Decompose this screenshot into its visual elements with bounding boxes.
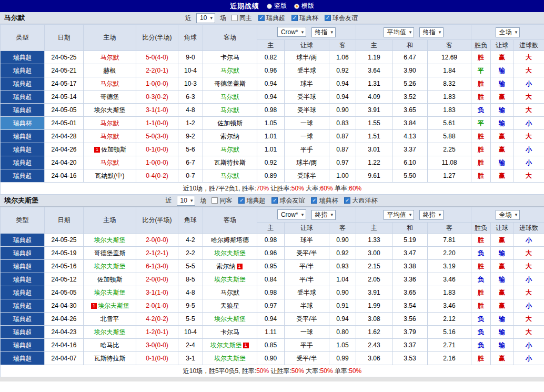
match-date: 24-05-05 bbox=[45, 286, 84, 299]
average-odds-select[interactable]: 平均值▾ bbox=[384, 27, 415, 37]
result-goals: 大 bbox=[513, 91, 544, 104]
home-team-cell[interactable]: 瓦斯特拉斯 bbox=[84, 352, 136, 365]
same-venue-checkbox[interactable]: 同客 bbox=[211, 196, 232, 205]
bookmaker-select[interactable]: Crow*▾ bbox=[277, 209, 306, 219]
league-filter-checkbox[interactable]: 瑞典杯 bbox=[311, 196, 338, 205]
league-filter-checkbox[interactable]: 瑞典超 bbox=[238, 196, 265, 205]
bookmaker-select[interactable]: Crow*▾ bbox=[277, 27, 306, 37]
score-cell[interactable]: 4-2(0-2) bbox=[136, 313, 178, 326]
home-team-cell[interactable]: 埃尔夫斯堡 bbox=[84, 286, 136, 299]
home-team-cell[interactable]: 马尔默 bbox=[84, 51, 136, 64]
score-cell[interactable]: 0-1(0-0) bbox=[136, 352, 178, 365]
league-type-badge: 瑞典超 bbox=[1, 51, 45, 64]
layout-radio-horizontal[interactable]: 横版 bbox=[294, 2, 314, 11]
home-team-cell[interactable]: 哥德堡盖斯 bbox=[84, 247, 136, 260]
away-team-cell[interactable]: 埃尔夫斯堡1 bbox=[203, 339, 257, 352]
away-team-cell[interactable]: 天狼星 bbox=[203, 299, 257, 313]
home-team-cell[interactable]: 埃尔夫斯堡 bbox=[84, 104, 136, 117]
score-cell[interactable]: 2-1(2-1) bbox=[136, 247, 178, 260]
league-type-badge: 瑞典超 bbox=[1, 339, 45, 352]
home-team-cell[interactable]: 埃尔夫斯堡 bbox=[84, 326, 136, 339]
euro-draw-odds: 3.53 bbox=[392, 352, 428, 365]
score-cell[interactable]: 2-0(0-0) bbox=[136, 273, 178, 286]
match-count-select[interactable]: 10▾ bbox=[177, 196, 196, 206]
score-cell[interactable]: 1-0(0-0) bbox=[136, 77, 178, 91]
home-team-cell[interactable]: 马尔默 bbox=[84, 130, 136, 143]
away-team-cell[interactable]: 瓦斯特拉斯 bbox=[203, 156, 257, 169]
away-team-name: 索尔纳 bbox=[217, 263, 236, 270]
away-team-cell[interactable]: 马尔默 bbox=[203, 286, 257, 299]
away-team-cell[interactable]: 佐加顿斯 bbox=[203, 117, 257, 130]
home-team-cell[interactable]: 1埃尔夫斯堡 bbox=[84, 299, 136, 313]
away-team-cell[interactable]: 卡尔马 bbox=[203, 326, 257, 339]
away-team-cell[interactable]: 埃尔夫斯堡 bbox=[203, 273, 257, 286]
league-filter-checkbox[interactable]: 瑞典超 bbox=[258, 14, 285, 23]
score-cell[interactable]: 0-4(0-2) bbox=[136, 169, 178, 183]
asia-home-odds: 1.01 bbox=[257, 130, 285, 143]
home-team-cell[interactable]: 马尔默 bbox=[84, 156, 136, 169]
away-team-cell[interactable]: 埃尔夫斯堡 bbox=[203, 352, 257, 365]
score-cell[interactable]: 1-0(0-0) bbox=[136, 156, 178, 169]
euro-final-select[interactable]: 终指▾ bbox=[419, 27, 444, 37]
score-cell[interactable]: 2-2(0-1) bbox=[136, 64, 178, 77]
average-odds-select[interactable]: 平均值▾ bbox=[384, 210, 415, 220]
result-handicap: 赢 bbox=[491, 51, 513, 64]
away-team-name: 哈尔姆斯塔德 bbox=[211, 236, 249, 244]
result-handicap: 赢 bbox=[491, 130, 513, 143]
score-cell[interactable]: 5-0(4-0) bbox=[136, 51, 178, 64]
score-cell[interactable]: 3-1(1-0) bbox=[136, 286, 178, 299]
score-cell[interactable]: 0-3(0-2) bbox=[136, 91, 178, 104]
home-team-name: 埃尔夫斯堡 bbox=[98, 302, 129, 309]
away-team-cell[interactable]: 卡尔马 bbox=[203, 51, 257, 64]
home-team-cell[interactable]: 1佐加顿斯 bbox=[84, 143, 136, 156]
away-team-cell[interactable]: 埃尔夫斯堡 bbox=[203, 247, 257, 260]
score-cell[interactable]: 1-2(0-1) bbox=[136, 326, 178, 339]
select-value: 10 bbox=[200, 14, 207, 22]
asia-final-select[interactable]: 终指▾ bbox=[311, 210, 336, 220]
asia-final-select[interactable]: 终指▾ bbox=[311, 27, 336, 37]
match-row: 瑞典超24-05-16埃尔夫斯堡6-1(3-0)5-5索尔纳10.95平/半0.… bbox=[1, 260, 544, 273]
away-team-cell[interactable]: 马尔默 bbox=[203, 91, 257, 104]
home-team-cell[interactable]: 赫根 bbox=[84, 64, 136, 77]
league-filter-checkbox[interactable]: 球会友谊 bbox=[271, 196, 305, 205]
score-cell[interactable]: 2-0(1-0) bbox=[136, 299, 178, 313]
away-team-cell[interactable]: 马尔默 bbox=[203, 104, 257, 117]
away-team-cell[interactable]: 埃尔夫斯堡 bbox=[203, 313, 257, 326]
match-row: 瑞典超24-04-261佐加顿斯0-1(0-0)5-6马尔默1.01平手0.87… bbox=[1, 143, 544, 156]
match-count-select[interactable]: 10▾ bbox=[196, 13, 215, 23]
league-filter-checkbox[interactable]: 大西洋杯 bbox=[344, 196, 377, 205]
score-cell[interactable]: 1-1(0-0) bbox=[136, 117, 178, 130]
home-team-cell[interactable]: 北雪平 bbox=[84, 313, 136, 326]
home-team-cell[interactable]: 瓦纳默(中) bbox=[84, 169, 136, 183]
home-team-cell[interactable]: 佐加顿斯 bbox=[84, 273, 136, 286]
away-team-cell[interactable]: 马尔默 bbox=[203, 169, 257, 183]
euro-final-select[interactable]: 终指▾ bbox=[419, 210, 444, 220]
score-cell[interactable]: 3-0(0-0) bbox=[136, 339, 178, 352]
away-team-cell[interactable]: 哈尔姆斯塔德 bbox=[203, 234, 257, 247]
home-team-cell[interactable]: 埃尔夫斯堡 bbox=[84, 234, 136, 247]
home-team-cell[interactable]: 埃尔夫斯堡 bbox=[84, 260, 136, 273]
score-cell[interactable]: 6-1(3-0) bbox=[136, 260, 178, 273]
away-team-name: 佐加顿斯 bbox=[217, 119, 243, 127]
league-filter-checkbox[interactable]: 瑞典杯 bbox=[291, 14, 318, 23]
score-cell[interactable]: 0-1(0-0) bbox=[136, 143, 178, 156]
home-team-cell[interactable]: 马尔默 bbox=[84, 77, 136, 91]
summary-segment: 胜率: bbox=[242, 185, 256, 192]
league-filter-checkbox[interactable]: 球会友谊 bbox=[325, 14, 358, 23]
home-team-cell[interactable]: 哥德堡 bbox=[84, 91, 136, 104]
asia-away-odds: 0.99 bbox=[329, 352, 356, 365]
fulltime-select[interactable]: 全场▾ bbox=[496, 210, 520, 220]
layout-radio-vertical[interactable]: 竖版 bbox=[267, 2, 287, 11]
score-cell[interactable]: 5-0(3-0) bbox=[136, 130, 178, 143]
away-team-cell[interactable]: 哥德堡盖斯 bbox=[203, 77, 257, 91]
score-cell[interactable]: 3-1(1-0) bbox=[136, 104, 178, 117]
away-team-cell[interactable]: 索尔纳1 bbox=[203, 260, 257, 273]
home-team-cell[interactable]: 哈马比 bbox=[84, 339, 136, 352]
away-team-cell[interactable]: 马尔默 bbox=[203, 143, 257, 156]
away-team-cell[interactable]: 马尔默 bbox=[203, 64, 257, 77]
home-team-cell[interactable]: 马尔默 bbox=[84, 117, 136, 130]
fulltime-select[interactable]: 全场▾ bbox=[496, 27, 520, 37]
score-cell[interactable]: 2-0(0-0) bbox=[136, 234, 178, 247]
same-venue-checkbox[interactable]: 同主 bbox=[231, 14, 252, 23]
away-team-cell[interactable]: 索尔纳 bbox=[203, 130, 257, 143]
